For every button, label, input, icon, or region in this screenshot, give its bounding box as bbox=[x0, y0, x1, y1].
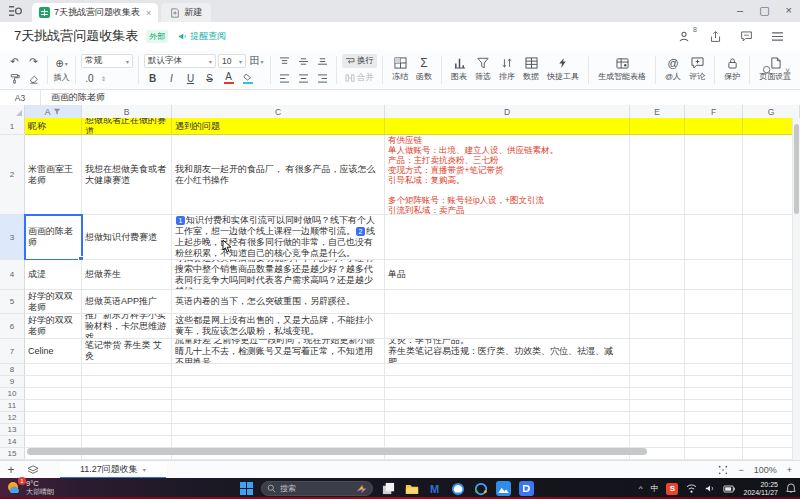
volume-icon[interactable] bbox=[705, 484, 715, 493]
cell-A3[interactable]: 画画的陈老师 bbox=[25, 215, 82, 260]
pan-view-icon[interactable] bbox=[718, 465, 728, 475]
cell-F15[interactable] bbox=[685, 448, 743, 460]
cell-B5[interactable]: 想做英语APP推广 bbox=[82, 290, 172, 314]
cell-E9[interactable] bbox=[630, 376, 685, 388]
cell-A11[interactable] bbox=[25, 400, 82, 412]
format-painter-icon[interactable] bbox=[6, 71, 23, 85]
tray-expand-icon[interactable]: ^ bbox=[639, 484, 643, 493]
cell-B4[interactable]: 想做养生 bbox=[82, 260, 172, 290]
cell-C6[interactable]: 这些都是网上没有出售的，又是大品牌，不能挂小黄车，我应该怎么吸粉，私域变现。 bbox=[172, 314, 385, 339]
taskbar-weather-widget[interactable]: 1 9°C 大部晴朗 bbox=[6, 479, 54, 496]
cell-C3[interactable]: 1知识付费和实体引流可以同时做吗？线下有个人工作室，想一边做个线上课程一边顺带引… bbox=[172, 215, 385, 260]
row-header-12[interactable]: 12 bbox=[0, 412, 25, 424]
cell-C13[interactable] bbox=[172, 424, 385, 436]
align-right-icon[interactable] bbox=[314, 71, 331, 85]
row-header-13[interactable]: 13 bbox=[0, 424, 25, 436]
maximize-button[interactable]: ▢ bbox=[759, 2, 769, 18]
mail-app-icon[interactable]: M bbox=[427, 481, 442, 496]
cell-F11[interactable] bbox=[685, 400, 743, 412]
browser-app-icon[interactable] bbox=[450, 481, 465, 496]
cell-E6[interactable] bbox=[630, 314, 685, 339]
merge-cells-button[interactable]: 合并 bbox=[342, 71, 377, 85]
italic-button[interactable]: I bbox=[163, 71, 180, 85]
remind-review-link[interactable]: 提醒查阅 bbox=[178, 30, 226, 43]
cell-B14[interactable] bbox=[82, 436, 172, 448]
wifi-icon[interactable] bbox=[686, 484, 697, 493]
column-header-C[interactable]: C bbox=[172, 105, 385, 118]
comment-icon[interactable] bbox=[740, 30, 753, 42]
minimize-button[interactable]: – bbox=[737, 2, 743, 18]
cell-C8[interactable] bbox=[172, 364, 385, 376]
cell-C7[interactable]: 流量好差 之前停更过一段时间，现在开始更新小眼睛几十上不去，检测账号又是写着正常… bbox=[172, 339, 385, 364]
cell-F2[interactable] bbox=[685, 135, 743, 215]
battery-icon[interactable] bbox=[723, 485, 735, 493]
freeze-panes-button[interactable]: 冻结 bbox=[388, 57, 412, 82]
cell-F14[interactable] bbox=[685, 436, 743, 448]
cell-D2[interactable]: 有供应链 单人做账号：出境、建立人设、供应链素材。 产品：主打卖抗炎粉、三七粉 … bbox=[385, 135, 630, 215]
cell-F4[interactable] bbox=[685, 260, 743, 290]
wps-home-icon[interactable] bbox=[0, 0, 30, 22]
eraser-icon[interactable] bbox=[25, 71, 42, 85]
windows-start-button[interactable] bbox=[240, 482, 253, 495]
cell-C4[interactable]: 寻找赛道大类目后需要明确到单个单品吗？小红书搜索中整个销售商品数量越多还是越少好… bbox=[172, 260, 385, 290]
cell-D12[interactable] bbox=[385, 412, 630, 424]
row-header-11[interactable]: 11 bbox=[0, 400, 25, 412]
close-button[interactable]: × bbox=[786, 2, 792, 18]
cell-E14[interactable] bbox=[630, 436, 685, 448]
cell-E3[interactable] bbox=[630, 215, 685, 260]
row-header-2[interactable]: 2 bbox=[0, 135, 25, 215]
cell-name-box[interactable]: A3 bbox=[0, 90, 41, 105]
cell-D6[interactable] bbox=[385, 314, 630, 339]
cell-C10[interactable] bbox=[172, 388, 385, 400]
undo-icon[interactable]: ↶ bbox=[6, 54, 23, 68]
taskbar-search-box[interactable]: 搜索 bbox=[261, 481, 373, 496]
fill-color-button[interactable] bbox=[239, 71, 256, 85]
cell-E12[interactable] bbox=[630, 412, 685, 424]
cell-B10[interactable] bbox=[82, 388, 172, 400]
task-view-icon[interactable] bbox=[381, 481, 396, 496]
file-explorer-icon[interactable] bbox=[404, 481, 419, 496]
cell-A1[interactable]: 昵称 bbox=[25, 118, 82, 135]
font-size-select[interactable]: 10▾ bbox=[218, 54, 246, 68]
insert-button[interactable]: ⊕▾ 插入 bbox=[53, 57, 70, 83]
cell-D1[interactable] bbox=[385, 118, 630, 135]
number-format-select[interactable]: 常规▾ bbox=[81, 54, 133, 68]
row-header-14[interactable]: 14 bbox=[0, 436, 25, 448]
column-header-F[interactable]: F bbox=[685, 105, 743, 118]
row-header-10[interactable]: 10 bbox=[0, 388, 25, 400]
cell-F12[interactable] bbox=[685, 412, 743, 424]
align-center-icon[interactable] bbox=[295, 71, 312, 85]
cell-C9[interactable] bbox=[172, 376, 385, 388]
cell-A6[interactable]: 好学的双双老师 bbox=[25, 314, 82, 339]
cell-E7[interactable] bbox=[630, 339, 685, 364]
cell-E8[interactable] bbox=[630, 364, 685, 376]
cell-C11[interactable] bbox=[172, 400, 385, 412]
cell-B12[interactable] bbox=[82, 412, 172, 424]
cell-E2[interactable] bbox=[630, 135, 685, 215]
cell-B3[interactable]: 想做知识付费赛道 bbox=[82, 215, 172, 260]
cell-F5[interactable] bbox=[685, 290, 743, 314]
sheet-tab-menu-icon[interactable]: ▾ bbox=[143, 466, 146, 473]
orbit-app-icon[interactable] bbox=[473, 481, 488, 496]
cell-E13[interactable] bbox=[630, 424, 685, 436]
column-header-G[interactable]: G bbox=[743, 105, 800, 118]
share-icon[interactable] bbox=[709, 30, 722, 43]
cell-C5[interactable]: 英语内卷的当下，怎么突破重围，另辟蹊径。 bbox=[172, 290, 385, 314]
row-header-5[interactable]: 5 bbox=[0, 290, 25, 314]
row-header-7[interactable]: 7 bbox=[0, 339, 25, 364]
sort-button[interactable]: 排序 bbox=[495, 57, 519, 82]
taskbar-clock[interactable]: 20:25 2024/11/27 bbox=[743, 481, 778, 497]
cell-A7[interactable]: Celine bbox=[25, 339, 82, 364]
cell-B2[interactable]: 我想在想做美食或者大健康赛道 bbox=[82, 135, 172, 215]
data-button[interactable]: 数据 bbox=[519, 57, 543, 82]
column-header-D[interactable]: D bbox=[385, 105, 630, 118]
cell-D10[interactable] bbox=[385, 388, 630, 400]
cell-B8[interactable] bbox=[82, 364, 172, 376]
redo-icon[interactable]: ↷ bbox=[25, 54, 42, 68]
borders-icon[interactable]: 田▾ bbox=[248, 54, 265, 68]
cell-B13[interactable] bbox=[82, 424, 172, 436]
cell-B9[interactable] bbox=[82, 376, 172, 388]
spreadsheet-grid[interactable]: 1昵称想做或者正在做的赛道遇到的问题2米雷画室王老师我想在想做美食或者大健康赛道… bbox=[0, 118, 800, 460]
document-tab[interactable]: 7天挑战营问题收集表 × bbox=[32, 3, 158, 22]
cell-A5[interactable]: 好学的双双老师 bbox=[25, 290, 82, 314]
